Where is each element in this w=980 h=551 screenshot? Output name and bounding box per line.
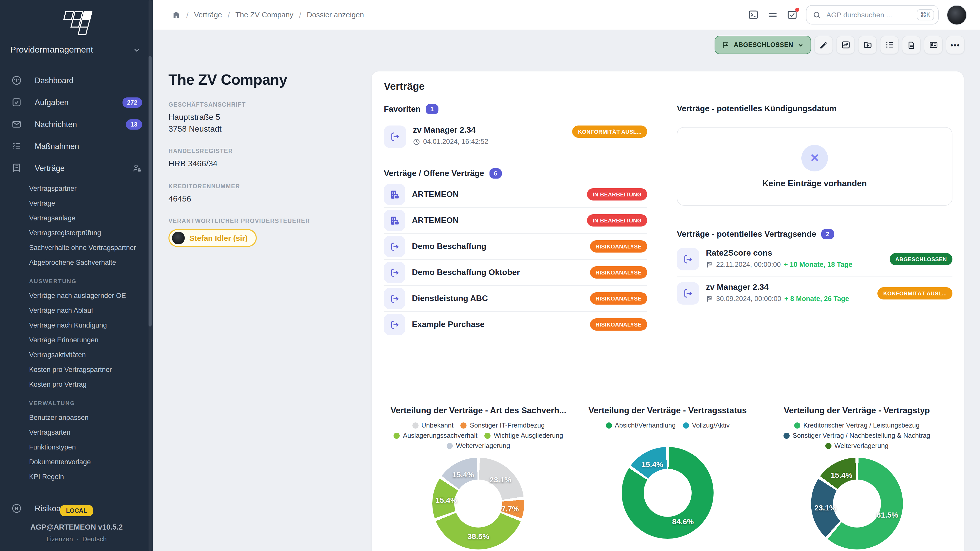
remaining-time: + 8 Monate, 26 Tage [784, 295, 849, 303]
analytics-button[interactable] [836, 36, 855, 54]
chevron-down-icon [133, 46, 141, 54]
legend-dot [485, 432, 491, 438]
sidebar-item-nach-kuendigung[interactable]: Verträge nach Kündigung [0, 318, 153, 333]
status-dropdown-button[interactable]: ABGESCHLOSSEN [715, 36, 811, 54]
terminal-icon[interactable] [748, 9, 759, 21]
sidebar-footer: LOCAL AGP@ARTEMEON v10.5.2 Lizenzen·Deut… [0, 505, 153, 543]
nachrichten-count-badge: 13 [126, 119, 142, 129]
sidebar-item-vertraege-sub[interactable]: Verträge [0, 196, 153, 211]
creditor-label: KREDITORENNUMMER [169, 183, 368, 189]
topbar-actions: ⌘K [748, 5, 967, 25]
chart-legend: Kreditorischer Vertrag / Leistungsbezug … [762, 421, 951, 449]
sidebar-item-label: Verträge [35, 164, 65, 173]
sidebar-item-kosten-partner[interactable]: Kosten pro Vertragspartner [0, 362, 153, 377]
sidebar-item-vertragsregisterpruefung[interactable]: Vertragsregisterprüfung [0, 225, 153, 240]
sidebar-item-label: Dashboard [35, 76, 73, 85]
steward-label: VERANTWORTLICHER PROVIDERSTEUERER [169, 218, 368, 224]
mail-check-icon[interactable] [787, 9, 798, 21]
module-title: Providermanagement [10, 45, 93, 55]
address-value: Hauptstraße 5 3758 Neustadt [169, 111, 368, 135]
import-folder-button[interactable] [858, 36, 877, 54]
vertragsende-count-badge: 2 [821, 229, 834, 239]
favorites-count-badge: 1 [426, 104, 438, 114]
more-button[interactable]: ••• [946, 36, 965, 54]
sidebar-scrollbar-thumb[interactable] [148, 56, 151, 327]
notification-dot [795, 8, 799, 12]
list-item[interactable]: Rate2Score cons 22.11.2024, 00:00:00 + 1… [677, 242, 953, 276]
sidebar-item-vertragsarten[interactable]: Vertragsarten [0, 425, 153, 440]
contract-exit-icon [384, 288, 405, 309]
status-badge: RISIKOANALYSE [590, 266, 647, 279]
sidebar-scrollbar[interactable] [148, 0, 151, 551]
edit-button[interactable] [814, 36, 833, 54]
sidebar-item-kpi-regeln[interactable]: KPI Regeln [0, 469, 153, 484]
page-title: The ZV Company [169, 71, 368, 88]
sidebar-item-nach-ablauf[interactable]: Verträge nach Ablauf [0, 303, 153, 318]
list-item[interactable]: Dienstleistung ABC RISIKOANALYSE [384, 286, 647, 312]
sidebar-item-benutzer[interactable]: Benutzer anpassen [0, 410, 153, 425]
ellipsis-icon: ••• [950, 41, 960, 49]
sidebar-item-label: Maßnahmen [35, 141, 79, 151]
favorites-heading: Favoriten 1 [384, 104, 647, 114]
slice-label: 15.4% [452, 470, 474, 479]
list-item[interactable]: Demo Beschaffung RISIKOANALYSE [384, 233, 647, 260]
sidebar-item-sachverhalte-ohne[interactable]: Sachverhalte ohne Vertragspartner [0, 240, 153, 255]
list-item[interactable]: Demo Beschaffung Oktober RISIKOANALYSE [384, 260, 647, 286]
list-item[interactable]: Example Purchase RISIKOANALYSE [384, 312, 647, 337]
legend-dot [461, 422, 467, 428]
sidebar-item-nachrichten[interactable]: Nachrichten 13 [0, 113, 153, 135]
search-input[interactable] [825, 10, 913, 19]
contract-name: Rate2Score cons [706, 248, 890, 258]
address-label: GESCHÄFTSANSCHRIFT [169, 102, 368, 108]
clock-icon [413, 138, 420, 145]
contract-name: zv Manager 2.34 [706, 283, 878, 292]
breadcrumb-company[interactable]: The ZV Company [235, 11, 293, 19]
list-item[interactable]: zv Manager 2.34 30.09.2024, 00:00:00 + 8… [677, 276, 953, 310]
status-badge: IN BEARBEITUNG [587, 188, 647, 200]
document-button[interactable] [902, 36, 921, 54]
sidebar-item-abgebrochene[interactable]: Abgebrochene Sachverhalte [0, 255, 153, 270]
module-switcher[interactable]: Providermanagement [0, 45, 153, 55]
status-badge: ABGESCHLOSSEN [890, 253, 953, 265]
steward-name: Stefan Idler (sir) [189, 233, 248, 242]
sidebar-item-label: Aufgaben [35, 98, 68, 107]
home-icon[interactable] [172, 10, 181, 19]
contact-card-button[interactable] [924, 36, 943, 54]
sidebar-item-funktionstypen[interactable]: Funktionstypen [0, 440, 153, 454]
chart-legend: Unbekannt Sonstiger IT-Fremdbezug Auslag… [384, 421, 573, 449]
contract-end-date: 30.09.2024, 00:00:00 + 8 Monate, 26 Tage [706, 295, 878, 303]
slice-label: 15.4% [641, 460, 663, 468]
slice-label: 84.6% [672, 517, 694, 526]
sidebar-item-vertragsanlage[interactable]: Vertragsanlage [0, 211, 153, 225]
legend-dot [447, 443, 453, 449]
breadcrumb-vertraege[interactable]: Verträge [194, 11, 222, 19]
sidebar-item-vertragspartner[interactable]: Vertragspartner [0, 181, 153, 196]
list-button[interactable] [880, 36, 899, 54]
list-item[interactable]: ARTEMEON IN BEARBEITUNG [384, 208, 647, 233]
breadcrumb-dossier[interactable]: Dossier anzeigen [307, 11, 364, 19]
sidebar-item-kosten-vertrag[interactable]: Kosten pro Vertrag [0, 377, 153, 392]
sidebar-item-nach-oe[interactable]: Verträge nach auslagernder OE [0, 288, 153, 303]
list-icon [885, 40, 894, 49]
sidebar-item-label: Nachrichten [35, 120, 77, 129]
lizenzen-link[interactable]: Lizenzen [46, 535, 73, 543]
sidebar-item-massnahmen[interactable]: Maßnahmen [0, 135, 153, 157]
menu-icon[interactable] [767, 9, 778, 21]
language-link[interactable]: Deutsch [83, 535, 107, 543]
global-search[interactable]: ⌘K [806, 5, 939, 24]
steward-avatar [172, 232, 185, 245]
sidebar-item-aufgaben[interactable]: Aufgaben 272 [0, 91, 153, 113]
sidebar-item-dokumentenvorlage[interactable]: Dokumentenvorlage [0, 454, 153, 469]
steward-chip[interactable]: Stefan Idler (sir) [169, 229, 257, 247]
sidebar-item-erinnerungen[interactable]: Verträge Erinnerungen [0, 333, 153, 348]
favorite-item[interactable]: zv Manager 2.34 04.01.2024, 16:42:52 KON… [384, 125, 647, 148]
flag-checkered-icon [706, 261, 713, 268]
slice-label: 38.5% [468, 532, 489, 540]
list-item[interactable]: ARTEMEON IN BEARBEITUNG [384, 182, 647, 208]
sidebar-item-aktivitaeten[interactable]: Vertragsaktivitäten [0, 348, 153, 362]
user-avatar[interactable] [947, 5, 967, 25]
artemeon-logo-icon [60, 10, 93, 33]
sidebar-item-dashboard[interactable]: Dashboard [0, 69, 153, 91]
id-card-icon [929, 40, 938, 49]
sidebar-item-vertraege[interactable]: Verträge [0, 157, 153, 179]
